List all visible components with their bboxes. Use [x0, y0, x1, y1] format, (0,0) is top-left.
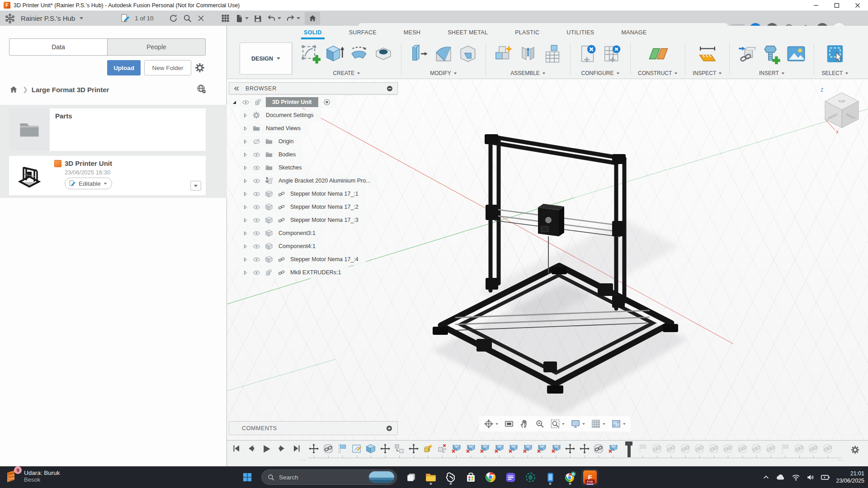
timeline-feature-sketch[interactable] — [351, 443, 362, 454]
taskbar-app-chatgpt[interactable] — [442, 469, 459, 486]
ribbon-tab-manage[interactable]: MANAGE — [620, 26, 647, 39]
maximize-button[interactable] — [826, 0, 847, 11]
viewport-canvas[interactable]: BROWSER 3D Printer UnitDocument Settings… — [227, 79, 868, 441]
timeline-skip-end-icon[interactable] — [292, 444, 302, 453]
timeline-feature-extrude[interactable] — [365, 443, 376, 454]
tree-node-label[interactable]: Stepper Motor Nema 17_:4 — [288, 256, 360, 263]
insert-image-button[interactable] — [786, 43, 807, 64]
visibility-eye-icon[interactable] — [251, 269, 261, 277]
tree-expander[interactable] — [241, 113, 249, 118]
timeline-play-icon[interactable] — [261, 444, 272, 454]
tree-expander[interactable] — [241, 230, 249, 236]
plane-button[interactable] — [647, 43, 668, 64]
timeline-feature-link-suppressed[interactable] — [751, 443, 762, 454]
timeline-feature-move[interactable] — [565, 443, 576, 454]
tree-node-label[interactable]: Stepper Motor Nema 17_:1 — [288, 191, 360, 197]
timeline-feature-cube-x[interactable] — [551, 443, 561, 454]
create-sketch-button[interactable] — [300, 43, 321, 64]
tree-row[interactable]: Sketches — [240, 162, 378, 174]
ribbon-group-label[interactable]: INSERT — [759, 68, 785, 79]
timeline-feature-link[interactable] — [323, 443, 334, 454]
pan-tool[interactable] — [519, 419, 529, 429]
timeline-feature-pattern[interactable] — [394, 443, 405, 454]
timeline-feature-link-suppressed[interactable] — [694, 443, 705, 454]
refresh-icon[interactable] — [169, 14, 178, 23]
extrude-button[interactable] — [324, 43, 345, 64]
taskbar-app-chrome-profile[interactable]: R — [561, 469, 579, 486]
tree-node-label[interactable]: Stepper Motor Nema 17_:3 — [288, 217, 360, 223]
joint-button[interactable] — [518, 43, 538, 64]
wifi-icon[interactable] — [792, 473, 800, 482]
search-icon[interactable] — [183, 14, 192, 23]
visibility-eye-icon[interactable] — [251, 216, 261, 224]
hub-dropdown-caret[interactable] — [80, 17, 83, 19]
timeline-feature-flag-suppressed[interactable] — [779, 443, 790, 454]
version-label[interactable]: 1 of 10 — [135, 15, 153, 22]
tree-row[interactable]: Component4:1 — [240, 240, 378, 252]
timeline-feature-link-suppressed[interactable] — [722, 443, 733, 454]
timeline-step-back-icon[interactable] — [246, 444, 256, 453]
item-actions-dropdown[interactable] — [190, 181, 201, 191]
tray-clock[interactable]: 21:01 23/06/2025 — [836, 470, 864, 484]
tree-row[interactable]: Document Settings — [240, 109, 378, 121]
tree-row[interactable]: Component3:1 — [240, 227, 378, 239]
ribbon-tab-surface[interactable]: SURFACE — [348, 26, 377, 39]
add-comment-icon[interactable] — [386, 425, 393, 432]
tree-row[interactable]: 3D Printer Unit — [229, 96, 378, 108]
taskbar-app-chrome[interactable] — [482, 469, 499, 486]
grid-settings-tool[interactable] — [591, 419, 606, 429]
config-table-button[interactable] — [602, 43, 623, 64]
taskbar-app-purple-chat[interactable] — [502, 469, 519, 486]
viewcube-top-face[interactable]: TOP — [838, 99, 845, 103]
file-menu[interactable] — [235, 14, 249, 23]
tree-node-label[interactable]: Named Views — [264, 125, 302, 131]
hub-icon[interactable] — [5, 13, 15, 24]
zoom-tool[interactable] — [535, 419, 545, 429]
timeline-feature-flag[interactable] — [337, 443, 348, 454]
tree-row[interactable]: Bodies — [240, 149, 378, 160]
timeline-feature-cube-x[interactable] — [479, 443, 490, 454]
insert-fastener-button[interactable] — [761, 43, 782, 64]
taskbar-search[interactable]: Search — [261, 469, 397, 485]
visibility-eye-icon[interactable] — [251, 230, 261, 237]
timeline-feature-cube-x[interactable] — [465, 443, 476, 454]
ribbon-tab-solid[interactable]: SOLID — [303, 26, 323, 39]
tree-expander[interactable] — [241, 204, 249, 210]
ribbon-group-label[interactable]: INSPECT — [693, 68, 722, 79]
tree-row[interactable]: Named Views — [240, 122, 378, 134]
taskbar-app-fusion[interactable]: FFUS — [581, 469, 599, 486]
timeline-feature-link-suppressed[interactable] — [708, 443, 719, 454]
tree-node-label[interactable]: Bodies — [277, 151, 297, 158]
timeline-feature-link-suppressed[interactable] — [822, 443, 833, 454]
taskbar-app-file-explorer[interactable] — [422, 469, 439, 486]
volume-icon[interactable] — [806, 473, 815, 482]
view-cube[interactable]: Z TOP FRONT RIGHT X — [817, 84, 867, 136]
comments-bar[interactable]: COMMENTS — [229, 421, 398, 435]
timeline-feature-link-suppressed[interactable] — [665, 443, 676, 454]
press-pull-button[interactable] — [409, 43, 429, 64]
tree-expander[interactable] — [241, 178, 249, 184]
timeline-feature-link-suppressed[interactable] — [808, 443, 819, 454]
visibility-eye-icon[interactable] — [251, 243, 261, 250]
timeline-feature-link-suppressed[interactable] — [680, 443, 691, 454]
onedrive-icon[interactable] — [776, 472, 786, 482]
timeline-feature-cube-x[interactable] — [536, 443, 547, 454]
collapse-panel-icon[interactable] — [233, 85, 240, 92]
timeline-feature-link-suppressed[interactable] — [794, 443, 805, 454]
tree-node-label[interactable]: Angle Bracket 2020 Aluminium Pro... — [277, 178, 373, 184]
shared-views-globe-icon[interactable] — [196, 84, 207, 94]
design-item-3d-printer-unit[interactable]: 3D Printer Unit 23/06/2025 16:30 Editabl… — [9, 156, 206, 195]
tree-expander[interactable] — [241, 165, 249, 171]
visibility-eye-icon[interactable] — [251, 203, 261, 211]
visibility-eye-off-icon[interactable] — [251, 138, 261, 145]
look-at-tool[interactable] — [504, 419, 514, 429]
display-settings-tool[interactable] — [571, 419, 585, 429]
tree-expander[interactable] — [241, 244, 249, 249]
taskbar-weather-widget[interactable]: 9 Udara: Buruk Besok — [4, 468, 60, 484]
tree-row[interactable]: Mk8 EXTRUDERs:1 — [240, 267, 378, 278]
timeline-feature-move[interactable] — [308, 443, 319, 454]
battery-icon[interactable] — [821, 473, 830, 482]
taskbar-app-teal-ring[interactable] — [522, 469, 539, 486]
tree-node-label[interactable]: Origin — [277, 138, 295, 145]
taskbar-app-phone-link[interactable] — [542, 469, 559, 486]
